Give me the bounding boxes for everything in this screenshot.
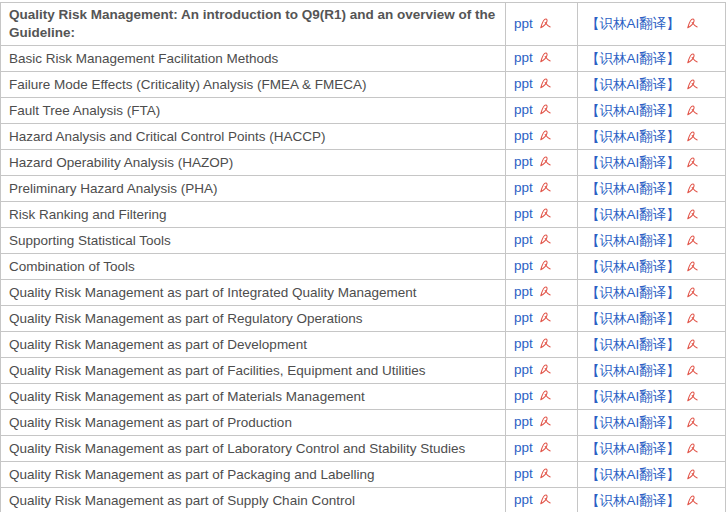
translate-cell: 【识林AI翻译】 (578, 202, 726, 228)
ppt-link[interactable]: ppt (514, 232, 533, 247)
pdf-icon[interactable] (539, 207, 552, 223)
ppt-link[interactable]: ppt (514, 154, 533, 169)
pdf-icon[interactable] (686, 104, 699, 120)
pdf-icon[interactable] (686, 338, 699, 354)
ai-translate-link[interactable]: 【识林AI翻译】 (586, 467, 680, 482)
pdf-icon[interactable] (539, 311, 552, 327)
table-row: Risk Ranking and Filteringppt【识林AI翻译】 (1, 202, 726, 228)
table-row: Basic Risk Management Facilitation Metho… (1, 46, 726, 72)
pdf-icon[interactable] (539, 493, 552, 509)
ppt-link[interactable]: ppt (514, 310, 533, 325)
ppt-link[interactable]: ppt (514, 128, 533, 143)
ai-translate-link[interactable]: 【识林AI翻译】 (586, 155, 680, 170)
table-row: Quality Risk Management as part of Produ… (1, 410, 726, 436)
row-title: Quality Risk Management: An introduction… (1, 3, 506, 46)
ai-translate-link[interactable]: 【识林AI翻译】 (586, 51, 680, 66)
ai-translate-link[interactable]: 【识林AI翻译】 (586, 181, 680, 196)
table-row: Quality Risk Management as part of Suppl… (1, 488, 726, 512)
ppt-link[interactable]: ppt (514, 258, 533, 273)
ai-translate-link[interactable]: 【识林AI翻译】 (586, 363, 680, 378)
pdf-icon[interactable] (686, 260, 699, 276)
ppt-cell: ppt (506, 462, 578, 488)
ai-translate-link[interactable]: 【识林AI翻译】 (586, 311, 680, 326)
pdf-icon[interactable] (686, 312, 699, 328)
ai-translate-link[interactable]: 【识林AI翻译】 (586, 441, 680, 456)
ppt-link[interactable]: ppt (514, 206, 533, 221)
row-title: Quality Risk Management as part of Labor… (1, 436, 506, 462)
pdf-icon[interactable] (539, 233, 552, 249)
ppt-link[interactable]: ppt (514, 388, 533, 403)
translate-cell: 【识林AI翻译】 (578, 124, 726, 150)
ppt-cell: ppt (506, 3, 578, 46)
pdf-icon[interactable] (686, 52, 699, 68)
row-title: Quality Risk Management as part of Regul… (1, 306, 506, 332)
pdf-icon[interactable] (686, 416, 699, 432)
table-row: Quality Risk Management as part of Regul… (1, 306, 726, 332)
translate-cell: 【识林AI翻译】 (578, 410, 726, 436)
pdf-icon[interactable] (539, 285, 552, 301)
row-title: Failure Mode Effects (Criticality) Analy… (1, 72, 506, 98)
pdf-icon[interactable] (686, 364, 699, 380)
pdf-icon[interactable] (686, 156, 699, 172)
pdf-icon[interactable] (686, 78, 699, 94)
pdf-icon[interactable] (686, 286, 699, 302)
ppt-cell: ppt (506, 410, 578, 436)
ai-translate-link[interactable]: 【识林AI翻译】 (586, 16, 680, 31)
translate-cell: 【识林AI翻译】 (578, 176, 726, 202)
pdf-icon[interactable] (539, 77, 552, 93)
ai-translate-link[interactable]: 【识林AI翻译】 (586, 415, 680, 430)
pdf-icon[interactable] (686, 130, 699, 146)
ppt-link[interactable]: ppt (514, 414, 533, 429)
ai-translate-link[interactable]: 【识林AI翻译】 (586, 389, 680, 404)
table-row: Quality Risk Management as part of Labor… (1, 436, 726, 462)
ppt-link[interactable]: ppt (514, 492, 533, 507)
ppt-cell: ppt (506, 332, 578, 358)
pdf-icon[interactable] (686, 182, 699, 198)
ppt-link[interactable]: ppt (514, 76, 533, 91)
ai-translate-link[interactable]: 【识林AI翻译】 (586, 285, 680, 300)
pdf-icon[interactable] (686, 390, 699, 406)
pdf-icon[interactable] (539, 17, 552, 33)
ai-translate-link[interactable]: 【识林AI翻译】 (586, 207, 680, 222)
row-title: Quality Risk Management as part of Mater… (1, 384, 506, 410)
page-container: Quality Risk Management: An introduction… (0, 0, 726, 512)
pdf-icon[interactable] (686, 468, 699, 484)
pdf-icon[interactable] (539, 155, 552, 171)
ppt-link[interactable]: ppt (514, 466, 533, 481)
ai-translate-link[interactable]: 【识林AI翻译】 (586, 129, 680, 144)
pdf-icon[interactable] (686, 494, 699, 510)
ppt-link[interactable]: ppt (514, 362, 533, 377)
pdf-icon[interactable] (539, 337, 552, 353)
pdf-icon[interactable] (539, 389, 552, 405)
translate-cell: 【识林AI翻译】 (578, 46, 726, 72)
ppt-cell: ppt (506, 98, 578, 124)
ai-translate-link[interactable]: 【识林AI翻译】 (586, 103, 680, 118)
pdf-icon[interactable] (686, 234, 699, 250)
pdf-icon[interactable] (539, 51, 552, 67)
ppt-link[interactable]: ppt (514, 16, 533, 31)
ai-translate-link[interactable]: 【识林AI翻译】 (586, 493, 680, 508)
pdf-icon[interactable] (686, 17, 699, 33)
ppt-link[interactable]: ppt (514, 336, 533, 351)
pdf-icon[interactable] (539, 415, 552, 431)
pdf-icon[interactable] (539, 441, 552, 457)
pdf-icon[interactable] (539, 363, 552, 379)
table-row: Quality Risk Management as part of Packa… (1, 462, 726, 488)
ai-translate-link[interactable]: 【识林AI翻译】 (586, 337, 680, 352)
ai-translate-link[interactable]: 【识林AI翻译】 (586, 259, 680, 274)
pdf-icon[interactable] (686, 208, 699, 224)
pdf-icon[interactable] (539, 103, 552, 119)
ppt-link[interactable]: ppt (514, 180, 533, 195)
pdf-icon[interactable] (539, 259, 552, 275)
pdf-icon[interactable] (539, 181, 552, 197)
ppt-link[interactable]: ppt (514, 284, 533, 299)
pdf-icon[interactable] (539, 129, 552, 145)
ai-translate-link[interactable]: 【识林AI翻译】 (586, 233, 680, 248)
table-row: Quality Risk Management as part of Mater… (1, 384, 726, 410)
pdf-icon[interactable] (686, 442, 699, 458)
ppt-link[interactable]: ppt (514, 440, 533, 455)
ai-translate-link[interactable]: 【识林AI翻译】 (586, 77, 680, 92)
ppt-link[interactable]: ppt (514, 50, 533, 65)
ppt-link[interactable]: ppt (514, 102, 533, 117)
pdf-icon[interactable] (539, 467, 552, 483)
